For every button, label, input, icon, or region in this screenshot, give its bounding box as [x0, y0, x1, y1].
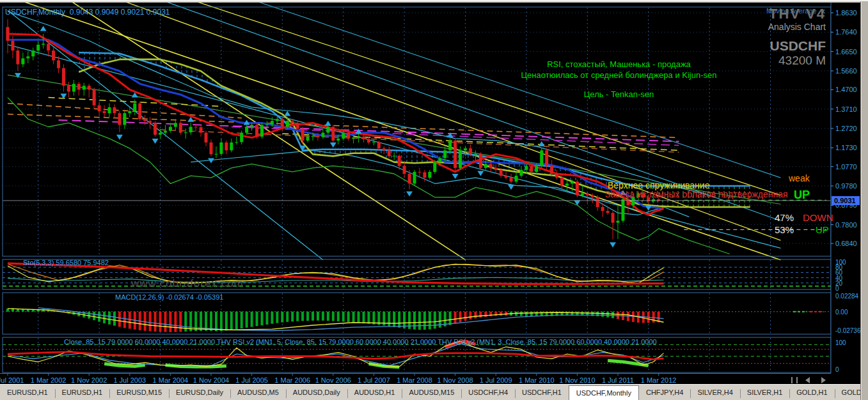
chart-canvas[interactable]: 1.86301.76401.66501.56601.47001.37101.27…	[0, 3, 860, 386]
svg-text:1 Jul 2009: 1 Jul 2009	[480, 376, 512, 384]
svg-text:1 Mar 2004: 1 Mar 2004	[153, 376, 189, 384]
svg-text:0.7800: 0.7800	[835, 221, 857, 229]
svg-text:1 Jul 2001: 1 Jul 2001	[0, 376, 24, 384]
svg-text:1.7640: 1.7640	[835, 28, 857, 36]
svg-text:1 Nov 2010: 1 Nov 2010	[559, 376, 595, 384]
svg-text:0.9780: 0.9780	[835, 182, 857, 190]
chart-tab-eurusd-daily[interactable]: EURUSD,Daily	[169, 385, 230, 400]
svg-text:1.4700: 1.4700	[835, 86, 857, 93]
chart-tab-audusd-h1[interactable]: AUDUSD,H1	[347, 385, 402, 400]
svg-text:1 Nov 2006: 1 Nov 2006	[315, 376, 351, 384]
svg-text:0: 0	[835, 366, 839, 373]
svg-text:1 Jul 2007: 1 Jul 2007	[358, 376, 390, 384]
chart-tab-eurusd-m15[interactable]: EURUSD,M15	[109, 385, 169, 400]
chart-tab-silver-h4[interactable]: SILVER,H4	[690, 385, 739, 400]
svg-text:1 Nov 2002: 1 Nov 2002	[71, 376, 107, 384]
mt4-chart-window: 1.86301.76401.66501.56601.47001.37101.27…	[0, 0, 868, 400]
chart-tab-usdchf-h1[interactable]: USDCHF,H1	[515, 385, 569, 400]
svg-text:1.3710: 1.3710	[835, 105, 857, 113]
svg-text:1 Mar 2008: 1 Mar 2008	[397, 376, 432, 384]
svg-text:0.00: 0.00	[835, 309, 848, 316]
svg-text:1.2720: 1.2720	[835, 125, 857, 132]
window-right-border	[860, 1, 868, 400]
svg-text:0: 0	[835, 285, 839, 292]
chart-tab-audusd-daily[interactable]: AUDUSD,Daily	[286, 385, 347, 400]
svg-text:0.02284: 0.02284	[835, 293, 859, 300]
svg-text:1 Mar 2010: 1 Mar 2010	[519, 376, 555, 384]
svg-text:1.8630: 1.8630	[835, 9, 857, 17]
chart-tab-usdchf-monthly[interactable]: USDCHF,Monthly	[569, 385, 639, 400]
chart-tab-bar: EURUSD,H1EURUSD,H1EURUSD,M15EURUSD,Daily…	[0, 384, 860, 400]
chart-tab-usdchf-h4[interactable]: USDCHF,H4	[461, 385, 515, 400]
svg-text:0.9031: 0.9031	[834, 197, 856, 204]
svg-text:-0.02736: -0.02736	[835, 327, 860, 334]
chart-tab-audusd-m15[interactable]: AUDUSD,M15	[402, 385, 461, 400]
svg-text:1 Mar 2002: 1 Mar 2002	[31, 376, 67, 384]
svg-text:1.6650: 1.6650	[835, 48, 857, 56]
svg-text:1 Nov 2004: 1 Nov 2004	[193, 376, 229, 384]
chart-tab-audusd-m5[interactable]: AUDUSD,M5	[230, 385, 286, 400]
svg-text:1 Jul 2011: 1 Jul 2011	[602, 376, 634, 384]
chart-tab-chfjpy-h4[interactable]: CHFJPY,H4	[639, 385, 690, 400]
chart-tab-eurusd-h1[interactable]: EURUSD,H1	[0, 385, 55, 400]
svg-text:1.5660: 1.5660	[835, 67, 857, 75]
chart-tab-eurusd-h1[interactable]: EURUSD,H1	[55, 385, 110, 400]
chart-tab-silver-h1[interactable]: SILVER,H1	[740, 385, 789, 400]
svg-text:1.1730: 1.1730	[835, 144, 857, 151]
svg-text:1.0770: 1.0770	[835, 163, 857, 171]
price-scale: 1.86301.76401.66501.56601.47001.37101.27…	[831, 3, 860, 386]
svg-text:1 Nov 2008: 1 Nov 2008	[437, 376, 473, 384]
svg-text:0.6840: 0.6840	[835, 240, 857, 247]
svg-text:1 Mar 2006: 1 Mar 2006	[274, 376, 310, 384]
chart-tab-gold-h1[interactable]: GOLD,H1	[789, 385, 834, 400]
svg-text:1 Jul 2003: 1 Jul 2003	[113, 376, 146, 384]
svg-text:100: 100	[835, 339, 846, 346]
svg-text:1 Mar 2012: 1 Mar 2012	[641, 376, 677, 384]
svg-text:1 Jul 2005: 1 Jul 2005	[235, 376, 268, 384]
